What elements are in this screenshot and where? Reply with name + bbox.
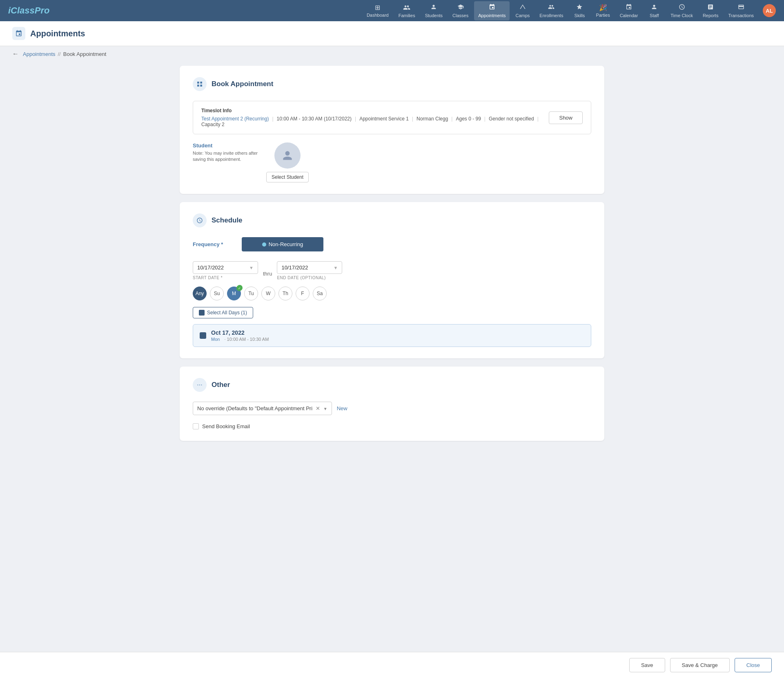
frequency-button[interactable]: Non-Recurring bbox=[242, 237, 323, 251]
camps-icon bbox=[519, 4, 526, 12]
frequency-option-label: Non-Recurring bbox=[269, 241, 303, 247]
svg-rect-2 bbox=[197, 84, 199, 87]
page-header: Appointments bbox=[0, 21, 784, 46]
sidebar-item-enrollments[interactable]: Enrollments bbox=[535, 1, 567, 20]
sidebar-item-camps[interactable]: Camps bbox=[511, 1, 534, 20]
nav-label-classes: Classes bbox=[452, 13, 468, 18]
sidebar-item-classes[interactable]: Classes bbox=[448, 1, 472, 20]
schedule-icon bbox=[193, 213, 207, 227]
select-student-button[interactable]: Select Student bbox=[266, 172, 309, 182]
day-btn-mon[interactable]: M ✓ bbox=[227, 287, 241, 300]
sidebar-item-reports[interactable]: Reports bbox=[699, 1, 723, 20]
day-btn-wed[interactable]: W bbox=[261, 287, 275, 300]
date-item-title: Oct 17, 2022 bbox=[211, 329, 269, 336]
timeslot-details: Test Appointment 2 (Recurring) | 10:00 A… bbox=[201, 116, 549, 127]
end-date-input[interactable]: 10/17/2022 ▼ bbox=[277, 261, 342, 274]
date-item-checkbox[interactable] bbox=[200, 332, 206, 339]
price-select-value: No override (Defaults to "Default Appoin… bbox=[197, 405, 312, 411]
book-appointment-header: Book Appointment bbox=[193, 77, 591, 91]
breadcrumb-link-appointments[interactable]: Appointments bbox=[23, 51, 56, 57]
nav-label-time-clock: Time Clock bbox=[670, 13, 693, 18]
reports-icon bbox=[707, 4, 714, 12]
timeslot-gender: Gender not specified bbox=[489, 116, 534, 122]
dashboard-icon: ⊞ bbox=[375, 4, 380, 11]
sidebar-item-families[interactable]: Families bbox=[394, 1, 419, 20]
send-email-checkbox[interactable] bbox=[193, 423, 199, 429]
day-btn-tue[interactable]: Tu bbox=[244, 287, 258, 300]
sidebar-item-staff[interactable]: Staff bbox=[644, 1, 665, 20]
breadcrumb: ← Appointments // Book Appointment bbox=[0, 46, 784, 62]
schedule-header: Schedule bbox=[193, 213, 591, 227]
date-list-item: Oct 17, 2022 Mon · 10:00 AM - 10:30 AM bbox=[193, 324, 591, 347]
other-card: ··· Other No override (Defaults to "Defa… bbox=[180, 367, 604, 441]
student-label-col: Student Note: You may invite others afte… bbox=[193, 142, 258, 163]
timeslot-info-label: Timeslot Info bbox=[201, 108, 549, 113]
frequency-label: Frequency * bbox=[193, 241, 234, 247]
skills-icon bbox=[576, 4, 583, 12]
app-logo[interactable]: iClassPro bbox=[8, 5, 50, 16]
families-icon bbox=[403, 4, 410, 12]
date-item-day: Mon bbox=[211, 337, 220, 342]
mon-check-icon: ✓ bbox=[237, 285, 243, 291]
frequency-row: Frequency * Non-Recurring bbox=[193, 237, 591, 251]
day-btn-any[interactable]: Any bbox=[193, 287, 207, 300]
schedule-inner: Frequency * Non-Recurring 10/17/2022 ▼ S… bbox=[193, 237, 591, 347]
other-header: ··· Other bbox=[193, 378, 591, 392]
day-btn-sat[interactable]: Sa bbox=[313, 287, 327, 300]
show-button[interactable]: Show bbox=[549, 111, 583, 124]
nav-label-reports: Reports bbox=[703, 13, 719, 18]
calendar-chevron-icon: ▼ bbox=[249, 265, 254, 270]
select-all-label: Select All Days (1) bbox=[207, 310, 247, 316]
calendar-icon bbox=[626, 4, 632, 12]
schedule-card: Schedule Frequency * Non-Recurring 10/17… bbox=[180, 202, 604, 358]
end-date-label: END DATE (OPTIONAL) bbox=[277, 276, 342, 280]
timeslot-capacity: Capacity 2 bbox=[201, 122, 225, 127]
day-btn-sun[interactable]: Su bbox=[210, 287, 224, 300]
day-btn-thu[interactable]: Th bbox=[278, 287, 292, 300]
sidebar-item-students[interactable]: Students bbox=[421, 1, 447, 20]
select-all-days-button[interactable]: Select All Days (1) bbox=[193, 307, 253, 318]
top-navigation: iClassPro ⊞ Dashboard Families Students … bbox=[0, 0, 784, 21]
timeslot-info-box: Timeslot Info Test Appointment 2 (Recurr… bbox=[193, 101, 591, 134]
sidebar-item-dashboard[interactable]: ⊞ Dashboard bbox=[363, 1, 393, 20]
price-select[interactable]: No override (Defaults to "Default Appoin… bbox=[193, 402, 332, 415]
nav-label-enrollments: Enrollments bbox=[539, 13, 563, 18]
price-dropdown-icon[interactable]: ▼ bbox=[323, 407, 327, 411]
sidebar-item-time-clock[interactable]: Time Clock bbox=[666, 1, 697, 20]
send-email-label: Send Booking Email bbox=[202, 423, 250, 429]
sidebar-item-transactions[interactable]: Transactions bbox=[724, 1, 758, 20]
date-item-sub: Mon · 10:00 AM - 10:30 AM bbox=[211, 337, 269, 342]
nav-label-skills: Skills bbox=[575, 13, 585, 18]
avatar bbox=[274, 142, 301, 169]
user-avatar[interactable]: AL bbox=[763, 4, 776, 17]
nav-label-transactions: Transactions bbox=[728, 13, 754, 18]
start-date-value: 10/17/2022 bbox=[197, 265, 224, 271]
svg-rect-3 bbox=[200, 84, 202, 87]
date-list-info: Oct 17, 2022 Mon · 10:00 AM - 10:30 AM bbox=[211, 329, 269, 342]
sidebar-item-parties[interactable]: 🎉 Parties bbox=[592, 1, 614, 20]
end-date-chevron-icon: ▼ bbox=[334, 265, 338, 270]
back-arrow-icon[interactable]: ← bbox=[12, 50, 19, 58]
student-section: Student Note: You may invite others afte… bbox=[193, 142, 591, 182]
appointment-link[interactable]: Test Appointment 2 (Recurring) bbox=[201, 116, 269, 122]
sidebar-item-appointments[interactable]: Appointments bbox=[474, 1, 510, 20]
nav-label-students: Students bbox=[425, 13, 443, 18]
nav-label-dashboard: Dashboard bbox=[367, 13, 389, 18]
sidebar-item-skills[interactable]: Skills bbox=[569, 1, 590, 20]
page-header-icon bbox=[12, 27, 25, 40]
frequency-dot bbox=[262, 242, 266, 247]
schedule-title: Schedule bbox=[212, 216, 243, 225]
page-title: Appointments bbox=[30, 29, 85, 38]
other-icon: ··· bbox=[193, 378, 207, 392]
timeslot-info-left: Timeslot Info Test Appointment 2 (Recurr… bbox=[201, 108, 549, 127]
nav-items-container: ⊞ Dashboard Families Students Classes bbox=[363, 1, 776, 20]
day-btn-fri[interactable]: F bbox=[296, 287, 310, 300]
price-clear-icon[interactable]: ✕ bbox=[316, 405, 320, 411]
book-appointment-card: Book Appointment Timeslot Info Test Appo… bbox=[180, 66, 604, 194]
sidebar-item-calendar[interactable]: Calendar bbox=[616, 1, 642, 20]
transactions-icon bbox=[738, 4, 744, 12]
new-price-link[interactable]: New bbox=[337, 405, 347, 411]
parties-icon: 🎉 bbox=[599, 4, 607, 11]
students-icon bbox=[430, 4, 437, 12]
start-date-input[interactable]: 10/17/2022 ▼ bbox=[193, 261, 258, 274]
